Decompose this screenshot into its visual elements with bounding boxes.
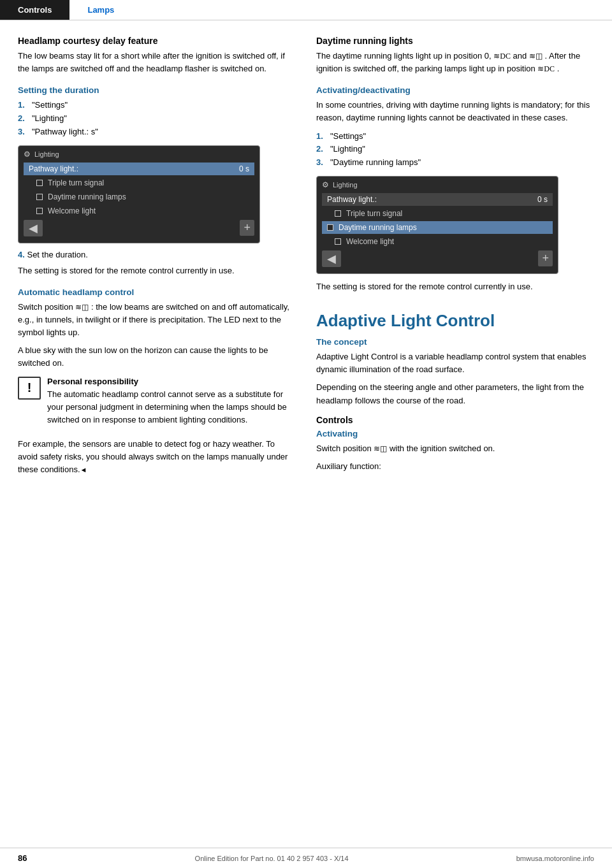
concept-body2: Depending on the steering angle and othe… — [316, 381, 594, 407]
auto-headlamp-body3: A blue sky with the sun low on the horiz… — [18, 344, 296, 370]
warning-text2: For example, the sensors are unable to d… — [18, 438, 296, 476]
checkbox-icon-1 — [36, 180, 43, 186]
screen1-item-3: Welcome light — [24, 205, 254, 217]
screen2-nav: ◀ + — [322, 250, 553, 267]
screen1-item-2: Daytime running lamps — [24, 191, 254, 203]
screen2-plus-button[interactable]: + — [538, 250, 553, 266]
screen1-item-1: Triple turn signal — [24, 177, 254, 189]
warning-content: Personal responsibility The automatic he… — [47, 377, 296, 431]
screen1-title: Lighting — [34, 150, 59, 158]
screen1-nav: ◀ + — [24, 220, 254, 236]
activating-deactivating-title: Activating/deactivating — [316, 85, 594, 95]
screen2-back-arrow[interactable]: ◀ — [322, 250, 341, 267]
activating-deactivating-body: In some countries, driving with daytime … — [316, 99, 594, 124]
checkbox-icon-5 — [327, 224, 333, 231]
screen2-title: Lighting — [333, 181, 358, 189]
gear-icon: ⚙ — [24, 150, 31, 159]
warning-text1: The automatic headlamp control cannot se… — [47, 388, 296, 426]
step-daytime-3: 3. "Daytime running lamps" — [316, 156, 594, 170]
tab-lamps[interactable]: Lamps — [69, 0, 132, 20]
screen1-back-arrow[interactable]: ◀ — [24, 220, 43, 236]
step-duration-2: 2. "Lighting" — [18, 112, 296, 126]
checkbox-icon-2 — [36, 194, 43, 200]
adaptive-light-title: Adaptive Light Control — [316, 311, 594, 331]
steps-daytime-list: 1. "Settings" 2. "Lighting" 3. "Daytime … — [316, 130, 594, 170]
activating-icon: ≋◫ — [374, 443, 387, 455]
concept-title: The concept — [316, 337, 594, 347]
auto-headlamp-icon: ≋◫ — [75, 301, 89, 314]
gear-icon-2: ⚙ — [322, 180, 329, 189]
screen2-pathway-label: Pathway light.: — [327, 195, 377, 204]
screen1-pathway-label: Pathway light.: — [29, 164, 78, 173]
activating-body: Switch position ≋◫ with the ignition swi… — [316, 442, 594, 455]
warning-title: Personal responsibility — [47, 377, 296, 386]
footer-website: bmwusa.motoronline.info — [516, 855, 594, 862]
header: Controls Lamps — [0, 0, 612, 20]
step-duration-1: 1. "Settings" — [18, 99, 296, 112]
screen-mockup-2: ⚙ Lighting Pathway light.: 0 s Triple tu… — [316, 176, 558, 274]
headlamp-courtesy-body: The low beams stay lit for a short while… — [18, 50, 296, 75]
screen-mockup-1: ⚙ Lighting Pathway light.: 0 s Triple tu… — [18, 145, 260, 243]
screen1-pathway-value: 0 s — [239, 164, 249, 173]
auto-headlamp-body1: Switch position ≋◫ : the low beams are s… — [18, 301, 296, 339]
daytime-footer: The setting is stored for the remote con… — [316, 280, 594, 293]
warning-icon: ! — [18, 377, 41, 400]
screen1-pathway-row: Pathway light.: 0 s — [24, 163, 254, 175]
screen2-pathway-row: Pathway light.: 0 s — [322, 193, 553, 206]
step4-body: The setting is stored for the remote con… — [18, 264, 296, 277]
daytime-lights-title: Daytime running lights — [316, 36, 594, 46]
controls-label: Controls — [316, 415, 594, 425]
screen2-titlebar: ⚙ Lighting — [322, 180, 553, 189]
step-daytime-2: 2. "Lighting" — [316, 143, 594, 156]
screen1-plus-button[interactable]: + — [240, 220, 254, 236]
step-daytime-1: 1. "Settings" — [316, 130, 594, 143]
daytime-icon-1: ≋DC — [493, 50, 511, 62]
auto-headlamp-title: Automatic headlamp control — [18, 287, 296, 297]
checkbox-icon-6 — [335, 238, 341, 245]
footer: 86 Online Edition for Part no. 01 40 2 9… — [0, 848, 612, 868]
tab-controls[interactable]: Controls — [0, 0, 69, 20]
screen1-titlebar: ⚙ Lighting — [24, 150, 254, 159]
step-duration-3: 3. "Pathway light.: s" — [18, 126, 296, 139]
page-content: Headlamp courtesy delay feature The low … — [0, 20, 612, 507]
daytime-icon-3: ≋DC — [537, 63, 555, 75]
daytime-lights-body: The daytime running lights light up in p… — [316, 50, 594, 75]
concept-body1: Adaptive Light Control is a variable hea… — [316, 351, 594, 376]
headlamp-courtesy-title: Headlamp courtesy delay feature — [18, 36, 296, 46]
screen2-pathway-value: 0 s — [537, 195, 548, 204]
screen2-item-2: Daytime running lamps — [322, 221, 553, 234]
checkbox-icon-4 — [335, 210, 341, 217]
screen2-item-3: Welcome light — [322, 235, 553, 248]
daytime-icon-2: ≋◫ — [529, 50, 543, 62]
activating-body3: Auxiliary function: — [316, 460, 594, 473]
warning-box: ! Personal responsibility The automatic … — [18, 377, 296, 431]
steps-duration-list: 1. "Settings" 2. "Lighting" 3. "Pathway … — [18, 99, 296, 138]
checkbox-icon-3 — [36, 208, 43, 214]
step-4-row: 4. Set the duration. — [18, 250, 296, 259]
setting-duration-title: Setting the duration — [18, 85, 296, 95]
footer-copyright: Online Edition for Part no. 01 40 2 957 … — [195, 855, 349, 862]
activating-title: Activating — [316, 429, 594, 438]
right-column: Daytime running lights The daytime runni… — [316, 36, 594, 481]
screen2-item-1: Triple turn signal — [322, 207, 553, 220]
page-number: 86 — [18, 853, 27, 863]
left-column: Headlamp courtesy delay feature The low … — [18, 36, 296, 481]
